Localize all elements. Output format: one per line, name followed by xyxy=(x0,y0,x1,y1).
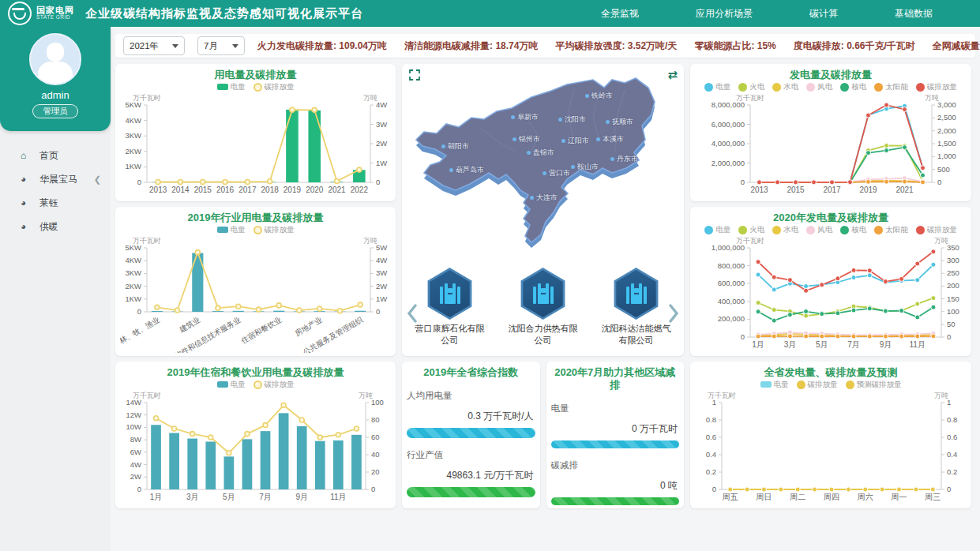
map-city-铁岭市[interactable]: 铁岭市 xyxy=(585,91,613,101)
liaoning-map[interactable]: 铁岭市阜新市沈阳市抚顺市锦州市辽阳市本溪市朝阳市盘锦市丹东市葫芦岛市鞍山市营口市… xyxy=(405,67,681,263)
bar-legend-icon xyxy=(760,381,772,388)
svg-text:1,000: 1,000 xyxy=(937,152,956,160)
svg-text:50: 50 xyxy=(947,320,956,328)
bar-legend-icon xyxy=(217,381,228,388)
legend-item-风电[interactable]: 风电 xyxy=(806,82,832,92)
legend-item-碳排放量[interactable]: 碳排放量 xyxy=(797,380,838,390)
svg-text:0: 0 xyxy=(741,332,745,341)
legend-item-水电[interactable]: 水电 xyxy=(772,225,798,235)
line-legend-icon xyxy=(704,226,713,234)
state-grid-logo-icon xyxy=(8,2,32,25)
legend-item-风电[interactable]: 风电 xyxy=(806,225,832,235)
sidebar-item-3[interactable]: ◕供暖 xyxy=(0,215,111,238)
svg-text:2022: 2022 xyxy=(351,186,369,194)
stat-1: 清洁能源电碳减排量: 18.74万吨 xyxy=(404,39,538,53)
line-legend-icon xyxy=(772,83,781,92)
svg-text:8W: 8W xyxy=(130,435,141,444)
svg-text:1,000,000: 1,000,000 xyxy=(712,243,745,252)
legend-item-碳排放量[interactable]: 碳排放量 xyxy=(916,225,957,235)
bar-legend-icon xyxy=(217,84,228,90)
nav-item-0[interactable]: 全景监视 xyxy=(601,7,639,21)
legend-item-电量[interactable]: 电量 xyxy=(704,82,730,92)
city-marker-icon xyxy=(558,118,562,122)
city-name: 营口市 xyxy=(549,168,570,178)
svg-text:2013: 2013 xyxy=(750,186,768,194)
map-city-本溪市[interactable]: 本溪市 xyxy=(596,134,624,144)
city-name: 盘锦市 xyxy=(533,148,554,158)
carousel-next-icon[interactable] xyxy=(668,304,679,323)
legend-item-电量[interactable]: 电量 xyxy=(217,82,246,92)
nav-item-2[interactable]: 碳计算 xyxy=(809,7,838,21)
legend-item-碳排放量[interactable]: 碳排放量 xyxy=(253,380,295,390)
svg-text:11月: 11月 xyxy=(910,340,926,349)
map-city-葫芦岛市[interactable]: 葫芦岛市 xyxy=(449,165,484,175)
swap-icon[interactable]: ⇄ xyxy=(667,69,678,81)
svg-text:11月: 11月 xyxy=(330,493,346,501)
map-city-大连市[interactable]: 大连市 xyxy=(530,193,558,203)
panel-composite-index: 2019年全省综合指数 人均用电量 0.3 万千瓦时/人 行业产值 49863.… xyxy=(402,362,540,508)
line-legend-icon xyxy=(738,83,747,92)
svg-text:350: 350 xyxy=(947,243,959,252)
city-name: 葫芦岛市 xyxy=(456,165,484,175)
nav-item-3[interactable]: 基础数据 xyxy=(895,7,933,21)
sidebar-item-1[interactable]: ◕华晨宝马❮ xyxy=(0,167,111,191)
map-city-朝阳市[interactable]: 朝阳市 xyxy=(441,141,469,152)
city-marker-icon xyxy=(606,120,610,124)
svg-text:150: 150 xyxy=(947,294,959,303)
legend-item-电量[interactable]: 电量 xyxy=(704,225,730,235)
legend-item-太阳能[interactable]: 太阳能 xyxy=(874,82,908,92)
main-content: 2021年 7月 火力发电碳排放量: 109.04万吨清洁能源电碳减排量: 18… xyxy=(111,27,980,551)
legend-item-火电[interactable]: 火电 xyxy=(738,82,764,92)
company-item-0[interactable]: 营口康辉石化有限公司 xyxy=(414,268,486,347)
svg-text:5KW: 5KW xyxy=(125,243,141,252)
map-city-营口市[interactable]: 营口市 xyxy=(543,168,570,178)
sidebar-item-label: 莱钰 xyxy=(39,197,58,210)
map-city-锦州市[interactable]: 锦州市 xyxy=(513,134,540,144)
month-select-value: 7月 xyxy=(204,40,218,52)
year-select[interactable]: 2021年 xyxy=(123,36,185,55)
svg-text:2016: 2016 xyxy=(216,186,235,194)
map-city-沈阳市[interactable]: 沈阳市 xyxy=(558,114,586,125)
carousel-prev-icon[interactable] xyxy=(407,304,418,323)
stats-bar: 2021年 7月 火力发电碳排放量: 109.04万吨清洁能源电碳减排量: 18… xyxy=(115,34,975,58)
legend-item-核电[interactable]: 核电 xyxy=(840,82,866,92)
legend-item-火电[interactable]: 火电 xyxy=(738,225,764,235)
card-industry-2019: 2019年行业用电量及碳排放量 电量碳排放量 万千瓦时万吨01KW2KW3KW4… xyxy=(115,207,396,356)
legend-item-电量[interactable]: 电量 xyxy=(217,380,246,390)
legend-item-碳排放量[interactable]: 碳排放量 xyxy=(916,82,957,92)
company-name: 沈阳科达洁能燃气有限公司 xyxy=(600,323,673,347)
svg-text:0: 0 xyxy=(137,178,141,186)
legend-item-核电[interactable]: 核电 xyxy=(840,225,866,235)
map-city-抚顺市[interactable]: 抚顺市 xyxy=(606,117,633,127)
legend-item-水电[interactable]: 水电 xyxy=(772,82,798,92)
city-name: 沈阳市 xyxy=(565,114,586,125)
legend-item-预测碳排放量[interactable]: 预测碳排放量 xyxy=(846,380,902,390)
legend-item-太阳能[interactable]: 太阳能 xyxy=(874,225,908,235)
legend-item-碳排放量[interactable]: 碳排放量 xyxy=(253,225,295,235)
map-city-盘锦市[interactable]: 盘锦市 xyxy=(527,148,554,158)
legend-item-碳排放量[interactable]: 碳排放量 xyxy=(253,82,295,92)
map-city-辽阳市[interactable]: 辽阳市 xyxy=(561,136,589,146)
sidebar-item-2[interactable]: ◕莱钰 xyxy=(0,191,111,215)
legend-item-电量[interactable]: 电量 xyxy=(760,380,789,390)
sidebar-item-0[interactable]: ⌂首页 xyxy=(0,144,111,167)
map-city-鞍山市[interactable]: 鞍山市 xyxy=(571,162,599,172)
svg-text:2021: 2021 xyxy=(896,186,914,194)
map-city-丹东市[interactable]: 丹东市 xyxy=(610,154,638,164)
svg-text:6W: 6W xyxy=(130,448,141,456)
company-item-2[interactable]: 沈阳科达洁能燃气有限公司 xyxy=(600,268,673,347)
svg-text:1W: 1W xyxy=(376,159,387,167)
svg-text:9月: 9月 xyxy=(880,340,892,349)
line-legend-icon xyxy=(806,226,815,234)
svg-text:0.6: 0.6 xyxy=(706,433,716,441)
svg-text:房地产业: 房地产业 xyxy=(293,315,323,338)
fullscreen-icon[interactable] xyxy=(408,69,421,81)
user-panel: admin 管理员 xyxy=(0,27,111,131)
map-city-阜新市[interactable]: 阜新市 xyxy=(511,112,539,122)
legend-item-电量[interactable]: 电量 xyxy=(217,225,246,235)
month-select[interactable]: 7月 xyxy=(197,36,245,55)
card-map: ⇄ 铁岭市阜新市沈阳市抚顺市锦州市辽阳市本溪市朝阳市盘锦市丹东市葫芦岛市鞍山市营… xyxy=(402,64,684,356)
nav-item-1[interactable]: 应用分析场景 xyxy=(696,7,753,21)
company-item-1[interactable]: 沈阳合力供热有限公司 xyxy=(507,268,580,347)
svg-text:800,000: 800,000 xyxy=(718,261,745,270)
